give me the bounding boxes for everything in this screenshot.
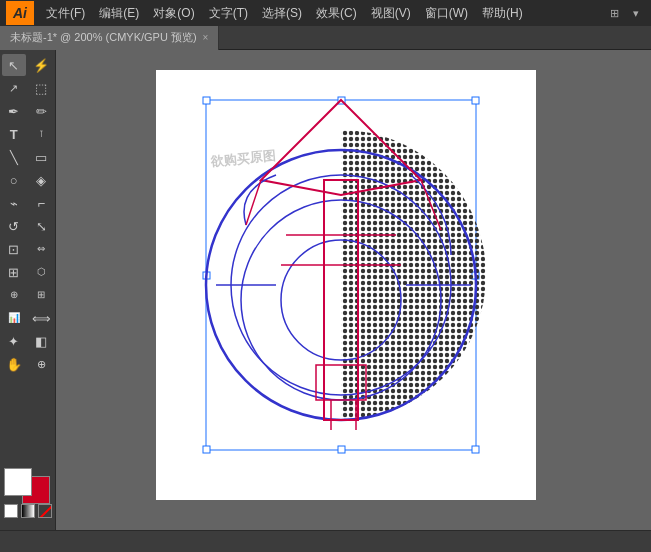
fill-swatch[interactable] [4,468,32,496]
blend-tool[interactable]: ⟺ [29,307,53,329]
main-area: ↖ ↗ ✒ T ╲ ○ ⌁ ↺ ⊡ [0,50,651,552]
menu-window[interactable]: 窗口(W) [419,3,474,24]
symbol-tool[interactable]: ⊕ [2,284,26,306]
width-tool[interactable]: ⇔ [29,238,53,260]
magic-wand-tool[interactable]: ⚡ [29,54,53,76]
warp-tool[interactable]: ⊡ [2,238,26,260]
menu-edit[interactable]: 编辑(E) [93,3,145,24]
none-color[interactable] [4,504,18,518]
direct-selection-tool[interactable]: ↗ [2,77,26,99]
menu-object[interactable]: 对象(O) [147,3,200,24]
rectangle-tool[interactable]: ▭ [29,146,53,168]
artwork-canvas [156,70,536,500]
menu-select[interactable]: 选择(S) [256,3,308,24]
no-fill-color[interactable] [38,504,52,518]
svg-rect-5 [472,97,479,104]
canvas-area[interactable]: 欲购买原图 [56,50,651,552]
tab-close-button[interactable]: × [203,32,209,43]
tab-title: 未标题-1* @ 200% (CMYK/GPU 预览) [10,30,197,45]
status-bar [0,530,651,552]
rotate-tool[interactable]: ↺ [2,215,26,237]
svg-rect-9 [338,446,345,453]
document-tab[interactable]: 未标题-1* @ 200% (CMYK/GPU 预览) × [0,26,219,50]
color-options [4,504,52,518]
blob-brush-tool[interactable]: ⌐ [29,192,53,214]
svg-rect-8 [203,446,210,453]
eyedropper-tool[interactable]: ✦ [2,330,26,352]
svg-rect-3 [203,97,210,104]
lasso-tool[interactable]: ⬚ [29,77,53,99]
pencil-tool[interactable]: ✏ [29,100,53,122]
gradient-tool[interactable]: ◧ [29,330,53,352]
shape-builder-tool[interactable]: ◈ [29,169,53,191]
scale-tool[interactable]: ⤡ [29,215,53,237]
color-swatch-area [2,444,54,524]
menu-file[interactable]: 文件(F) [40,3,91,24]
app-logo: Ai [6,1,34,25]
type-tool[interactable]: T [2,123,26,145]
menu-bar: 文件(F) 编辑(E) 对象(O) 文字(T) 选择(S) 效果(C) 视图(V… [40,3,599,24]
window-controls: ⊞ ▾ [605,4,645,22]
perspective-tool[interactable]: ⬡ [29,261,53,283]
selection-tool[interactable]: ↖ [2,54,26,76]
paintbrush-tool[interactable]: ⌁ [2,192,26,214]
chart-tool[interactable]: 📊 [2,307,26,329]
gradient-color[interactable] [21,504,35,518]
free-transform-tool[interactable]: ⊞ [2,261,26,283]
left-toolbar: ↖ ↗ ✒ T ╲ ○ ⌁ ↺ ⊡ [0,50,56,552]
chevron-down-icon[interactable]: ▾ [627,4,645,22]
mesh-tool[interactable]: ⊞ [29,284,53,306]
title-bar: Ai 文件(F) 编辑(E) 对象(O) 文字(T) 选择(S) 效果(C) 视… [0,0,651,26]
menu-type[interactable]: 文字(T) [203,3,254,24]
svg-rect-10 [472,446,479,453]
vertical-type-tool[interactable]: ⊺ [29,123,53,145]
line-tool[interactable]: ╲ [2,146,26,168]
ellipse-tool[interactable]: ○ [2,169,26,191]
menu-help[interactable]: 帮助(H) [476,3,529,24]
zoom-tool[interactable]: ⊕ [29,353,53,375]
pen-tool[interactable]: ✒ [2,100,26,122]
tab-bar: 未标题-1* @ 200% (CMYK/GPU 预览) × [0,26,651,50]
menu-effect[interactable]: 效果(C) [310,3,363,24]
menu-view[interactable]: 视图(V) [365,3,417,24]
grid-view-icon[interactable]: ⊞ [605,4,623,22]
hand-tool[interactable]: ✋ [2,353,26,375]
